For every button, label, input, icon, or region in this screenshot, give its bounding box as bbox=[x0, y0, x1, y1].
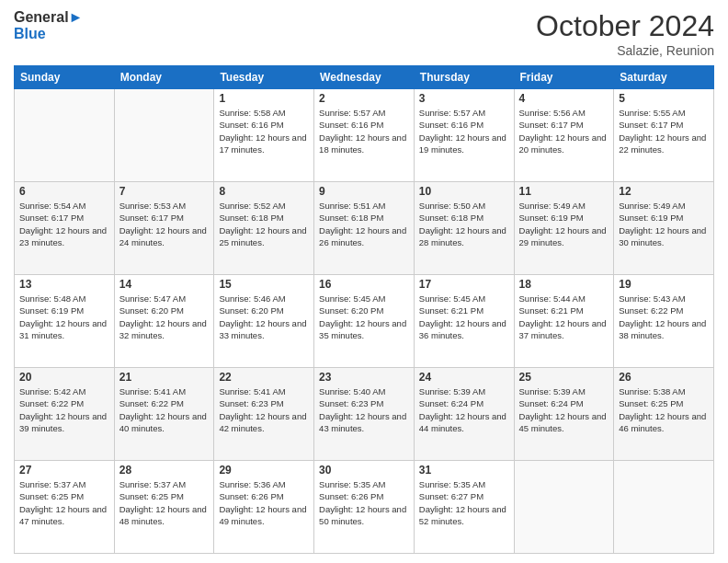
page: General► Blue October 2024 Salazie, Reun… bbox=[0, 0, 728, 563]
day-number: 27 bbox=[19, 464, 109, 477]
calendar-table: SundayMondayTuesdayWednesdayThursdayFrid… bbox=[14, 65, 714, 554]
calendar-cell: 23Sunrise: 5:40 AM Sunset: 6:23 PM Dayli… bbox=[314, 368, 415, 461]
day-detail: Sunrise: 5:51 AM Sunset: 6:18 PM Dayligh… bbox=[319, 200, 409, 248]
calendar-cell: 7Sunrise: 5:53 AM Sunset: 6:17 PM Daylig… bbox=[114, 182, 214, 275]
day-detail: Sunrise: 5:49 AM Sunset: 6:19 PM Dayligh… bbox=[519, 200, 609, 248]
calendar-cell: 10Sunrise: 5:50 AM Sunset: 6:18 PM Dayli… bbox=[414, 182, 514, 275]
location: Salazie, Reunion bbox=[536, 43, 714, 58]
day-detail: Sunrise: 5:49 AM Sunset: 6:19 PM Dayligh… bbox=[619, 200, 709, 248]
day-detail: Sunrise: 5:39 AM Sunset: 6:24 PM Dayligh… bbox=[519, 385, 609, 434]
calendar-cell: 8Sunrise: 5:52 AM Sunset: 6:18 PM Daylig… bbox=[214, 182, 314, 275]
day-number: 15 bbox=[219, 278, 309, 291]
day-detail: Sunrise: 5:45 AM Sunset: 6:20 PM Dayligh… bbox=[319, 293, 409, 341]
day-number: 25 bbox=[519, 371, 609, 384]
day-number: 9 bbox=[319, 185, 409, 198]
day-detail: Sunrise: 5:42 AM Sunset: 6:22 PM Dayligh… bbox=[19, 385, 109, 434]
day-number: 22 bbox=[219, 371, 309, 384]
day-detail: Sunrise: 5:57 AM Sunset: 6:16 PM Dayligh… bbox=[419, 107, 509, 155]
calendar-cell: 4Sunrise: 5:56 AM Sunset: 6:17 PM Daylig… bbox=[514, 89, 614, 182]
day-detail: Sunrise: 5:38 AM Sunset: 6:25 PM Dayligh… bbox=[619, 385, 709, 434]
calendar-week-2: 6Sunrise: 5:54 AM Sunset: 6:17 PM Daylig… bbox=[15, 182, 714, 275]
weekday-header-friday: Friday bbox=[514, 66, 614, 89]
day-detail: Sunrise: 5:40 AM Sunset: 6:23 PM Dayligh… bbox=[319, 385, 409, 434]
day-detail: Sunrise: 5:36 AM Sunset: 6:26 PM Dayligh… bbox=[219, 478, 309, 527]
calendar-cell: 3Sunrise: 5:57 AM Sunset: 6:16 PM Daylig… bbox=[414, 89, 514, 182]
calendar-cell: 12Sunrise: 5:49 AM Sunset: 6:19 PM Dayli… bbox=[614, 182, 714, 275]
calendar-cell: 13Sunrise: 5:48 AM Sunset: 6:19 PM Dayli… bbox=[15, 275, 115, 368]
calendar-cell: 5Sunrise: 5:55 AM Sunset: 6:17 PM Daylig… bbox=[614, 89, 714, 182]
calendar-cell: 29Sunrise: 5:36 AM Sunset: 6:26 PM Dayli… bbox=[214, 461, 314, 554]
weekday-header-thursday: Thursday bbox=[414, 66, 514, 89]
day-number: 11 bbox=[519, 185, 609, 198]
logo: General► Blue bbox=[14, 9, 83, 41]
day-detail: Sunrise: 5:47 AM Sunset: 6:20 PM Dayligh… bbox=[119, 293, 210, 341]
calendar-cell: 2Sunrise: 5:57 AM Sunset: 6:16 PM Daylig… bbox=[314, 89, 415, 182]
day-number: 30 bbox=[319, 464, 409, 477]
header: General► Blue October 2024 Salazie, Reun… bbox=[14, 9, 714, 58]
weekday-header-row: SundayMondayTuesdayWednesdayThursdayFrid… bbox=[15, 66, 714, 89]
calendar-cell: 16Sunrise: 5:45 AM Sunset: 6:20 PM Dayli… bbox=[314, 275, 415, 368]
day-detail: Sunrise: 5:35 AM Sunset: 6:27 PM Dayligh… bbox=[419, 478, 509, 527]
weekday-header-sunday: Sunday bbox=[15, 66, 115, 89]
calendar-cell: 14Sunrise: 5:47 AM Sunset: 6:20 PM Dayli… bbox=[114, 275, 214, 368]
calendar-cell bbox=[514, 461, 614, 554]
day-number: 14 bbox=[119, 278, 210, 291]
day-detail: Sunrise: 5:43 AM Sunset: 6:22 PM Dayligh… bbox=[619, 293, 709, 341]
weekday-header-tuesday: Tuesday bbox=[214, 66, 314, 89]
month-title: October 2024 bbox=[536, 9, 714, 43]
day-number: 26 bbox=[619, 371, 709, 384]
title-area: October 2024 Salazie, Reunion bbox=[536, 9, 714, 58]
calendar-cell bbox=[15, 89, 115, 182]
weekday-header-wednesday: Wednesday bbox=[314, 66, 415, 89]
calendar-cell: 11Sunrise: 5:49 AM Sunset: 6:19 PM Dayli… bbox=[514, 182, 614, 275]
day-number: 28 bbox=[119, 464, 210, 477]
day-number: 8 bbox=[219, 185, 309, 198]
day-number: 29 bbox=[219, 464, 309, 477]
calendar-week-3: 13Sunrise: 5:48 AM Sunset: 6:19 PM Dayli… bbox=[15, 275, 714, 368]
calendar-cell: 27Sunrise: 5:37 AM Sunset: 6:25 PM Dayli… bbox=[15, 461, 115, 554]
calendar-cell: 22Sunrise: 5:41 AM Sunset: 6:23 PM Dayli… bbox=[214, 368, 314, 461]
day-number: 24 bbox=[419, 371, 509, 384]
calendar-cell: 30Sunrise: 5:35 AM Sunset: 6:26 PM Dayli… bbox=[314, 461, 415, 554]
day-number: 20 bbox=[19, 371, 109, 384]
calendar-cell: 1Sunrise: 5:58 AM Sunset: 6:16 PM Daylig… bbox=[214, 89, 314, 182]
calendar-cell: 28Sunrise: 5:37 AM Sunset: 6:25 PM Dayli… bbox=[114, 461, 214, 554]
day-detail: Sunrise: 5:41 AM Sunset: 6:23 PM Dayligh… bbox=[219, 385, 309, 434]
day-number: 5 bbox=[619, 92, 709, 105]
day-number: 4 bbox=[519, 92, 609, 105]
calendar-cell: 15Sunrise: 5:46 AM Sunset: 6:20 PM Dayli… bbox=[214, 275, 314, 368]
day-detail: Sunrise: 5:56 AM Sunset: 6:17 PM Dayligh… bbox=[519, 107, 609, 155]
day-number: 18 bbox=[519, 278, 609, 291]
day-detail: Sunrise: 5:57 AM Sunset: 6:16 PM Dayligh… bbox=[319, 107, 409, 155]
day-number: 17 bbox=[419, 278, 509, 291]
day-detail: Sunrise: 5:54 AM Sunset: 6:17 PM Dayligh… bbox=[19, 200, 109, 248]
day-number: 1 bbox=[219, 92, 309, 105]
day-detail: Sunrise: 5:39 AM Sunset: 6:24 PM Dayligh… bbox=[419, 385, 509, 434]
day-number: 12 bbox=[619, 185, 709, 198]
day-detail: Sunrise: 5:46 AM Sunset: 6:20 PM Dayligh… bbox=[219, 293, 309, 341]
calendar-week-5: 27Sunrise: 5:37 AM Sunset: 6:25 PM Dayli… bbox=[15, 461, 714, 554]
day-number: 13 bbox=[19, 278, 109, 291]
day-detail: Sunrise: 5:50 AM Sunset: 6:18 PM Dayligh… bbox=[419, 200, 509, 248]
calendar-cell bbox=[614, 461, 714, 554]
weekday-header-monday: Monday bbox=[114, 66, 214, 89]
weekday-header-saturday: Saturday bbox=[614, 66, 714, 89]
calendar-cell: 9Sunrise: 5:51 AM Sunset: 6:18 PM Daylig… bbox=[314, 182, 415, 275]
day-number: 19 bbox=[619, 278, 709, 291]
calendar-cell bbox=[114, 89, 214, 182]
day-number: 31 bbox=[419, 464, 509, 477]
day-number: 10 bbox=[419, 185, 509, 198]
day-number: 16 bbox=[319, 278, 409, 291]
day-detail: Sunrise: 5:55 AM Sunset: 6:17 PM Dayligh… bbox=[619, 107, 709, 155]
calendar-cell: 31Sunrise: 5:35 AM Sunset: 6:27 PM Dayli… bbox=[414, 461, 514, 554]
calendar-cell: 20Sunrise: 5:42 AM Sunset: 6:22 PM Dayli… bbox=[15, 368, 115, 461]
day-number: 2 bbox=[319, 92, 409, 105]
calendar-cell: 21Sunrise: 5:41 AM Sunset: 6:22 PM Dayli… bbox=[114, 368, 214, 461]
calendar-cell: 24Sunrise: 5:39 AM Sunset: 6:24 PM Dayli… bbox=[414, 368, 514, 461]
day-number: 7 bbox=[119, 185, 210, 198]
day-detail: Sunrise: 5:48 AM Sunset: 6:19 PM Dayligh… bbox=[19, 293, 109, 341]
day-detail: Sunrise: 5:44 AM Sunset: 6:21 PM Dayligh… bbox=[519, 293, 609, 341]
calendar-week-1: 1Sunrise: 5:58 AM Sunset: 6:16 PM Daylig… bbox=[15, 89, 714, 182]
calendar-cell: 19Sunrise: 5:43 AM Sunset: 6:22 PM Dayli… bbox=[614, 275, 714, 368]
day-detail: Sunrise: 5:45 AM Sunset: 6:21 PM Dayligh… bbox=[419, 293, 509, 341]
